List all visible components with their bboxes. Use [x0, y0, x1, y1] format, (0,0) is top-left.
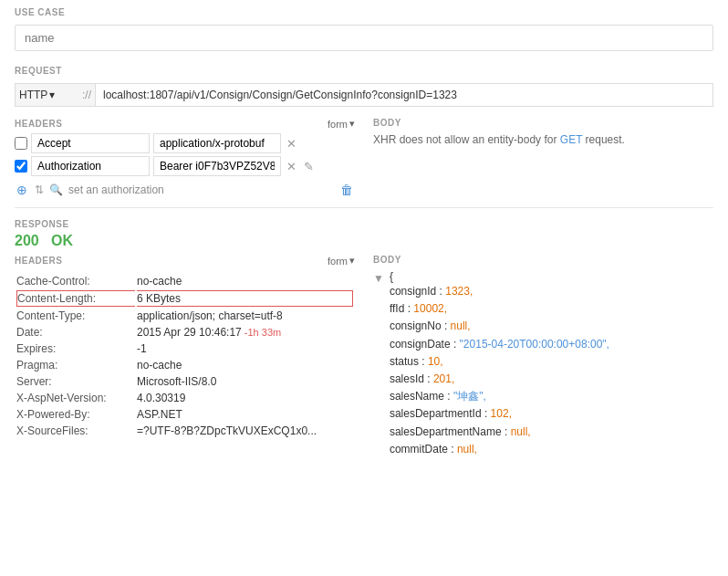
form-label: form [328, 119, 348, 130]
resp-header-key: Expires: [16, 341, 135, 356]
resp-body-label: BODY [373, 255, 713, 265]
resp-header-value: 6 KBytes [137, 290, 353, 307]
resp-header-key: Cache-Control: [16, 274, 135, 288]
json-line: salesDepartmentName : null, [390, 424, 609, 441]
json-line: salesId : 201, [390, 371, 609, 388]
resp-header-value: Microsoft-IIS/8.0 [137, 374, 353, 389]
json-line: consignDate : "2015-04-20T00:00:00+08:00… [390, 336, 609, 353]
resp-header-key: Content-Type: [16, 309, 135, 323]
auth-checkbox[interactable] [15, 160, 27, 173]
json-line: ffId : 10002, [390, 300, 609, 318]
json-line: consignId : 1323, [390, 283, 609, 300]
method-dropdown-icon: ▾ [49, 89, 55, 101]
status-ok: 200 OK [15, 233, 713, 249]
add-header-icon[interactable]: ⊕ [15, 182, 29, 198]
auth-key-input[interactable] [31, 156, 150, 176]
method-select[interactable]: HTTP ▾ [15, 83, 78, 107]
resp-header-value: 2015 Apr 29 10:46:17 -1h 33m [137, 325, 353, 340]
body-arrow-icon: ▼ [373, 272, 384, 458]
form-dropdown[interactable]: form ▾ [328, 118, 355, 130]
auth-value-input[interactable] [153, 156, 281, 176]
resp-headers-label: HEADERS [15, 256, 62, 266]
json-line: consignNo : null, [390, 318, 609, 335]
set-auth-text[interactable]: set an authorization [68, 183, 164, 196]
response-section: RESPONSE 200 OK HEADERS form ▾ Cache-Con… [0, 215, 728, 462]
url-input[interactable] [95, 83, 713, 107]
auth-edit-icon[interactable]: ✎ [302, 159, 316, 174]
method-label: HTTP [19, 89, 47, 101]
resp-header-key: X-AspNet-Version: [16, 391, 135, 405]
resp-header-value: no-cache [137, 358, 353, 372]
resp-header-key: X-Powered-By: [16, 407, 135, 422]
resp-header-key: X-SourceFiles: [16, 424, 135, 438]
resp-header-value: no-cache [137, 274, 353, 288]
response-headers-table: Cache-Control:no-cacheContent-Length:6 K… [15, 272, 355, 440]
use-case-input[interactable] [15, 25, 713, 51]
resp-header-value: application/json; charset=utf-8 [137, 309, 353, 323]
date-diff: -1h 33m [242, 327, 281, 338]
get-text: GET [560, 133, 582, 146]
json-line: salesDepartmentId : 102, [390, 405, 609, 423]
delete-auth-icon[interactable]: 🗑 [338, 182, 355, 198]
accept-key-input[interactable] [31, 133, 150, 153]
header-row-accept: ✕ [15, 133, 355, 153]
json-lines: consignId : 1323, ffId : 10002, consignN… [390, 283, 609, 458]
accept-value-input[interactable] [153, 133, 281, 153]
resp-form-dropdown[interactable]: form ▾ [328, 255, 355, 267]
resp-header-key: Server: [16, 374, 135, 389]
set-auth-icon: 🔍 [49, 183, 63, 196]
json-line: status : 10, [390, 353, 609, 371]
body-message: XHR does not allow an entity-body for GE… [373, 133, 713, 146]
headers-section: HEADERS form ▾ ✕ ✕ ✎ ⊕ [15, 118, 355, 200]
resp-header-value: 4.0.30319 [137, 391, 353, 405]
response-headers: HEADERS form ▾ Cache-Control:no-cacheCon… [15, 255, 355, 458]
auth-clear-icon[interactable]: ✕ [285, 159, 298, 174]
sort-icon[interactable]: ⇅ [35, 183, 44, 196]
resp-header-key: Content-Length: [16, 290, 135, 307]
body-label: BODY [373, 118, 713, 128]
body-section: BODY XHR does not allow an entity-body f… [355, 118, 713, 200]
accept-clear-icon[interactable]: ✕ [285, 136, 298, 152]
json-line: commitDate : null, [390, 441, 609, 458]
request-row: HTTP ▾ :// [15, 83, 713, 107]
body-json-container: ▼ { consignId : 1323, ffId : 10002, cons… [373, 270, 713, 458]
resp-header-value: ASP.NET [137, 407, 353, 422]
response-layout: HEADERS form ▾ Cache-Control:no-cacheCon… [15, 255, 713, 458]
accept-checkbox[interactable] [15, 137, 27, 150]
brace-open: { [390, 270, 609, 283]
url-separator: :// [78, 83, 95, 107]
add-header-row: ⊕ ⇅ 🔍 set an authorization 🗑 [15, 180, 355, 200]
json-line: salesName : "坤鑫", [390, 388, 609, 405]
request-label: REQUEST [0, 58, 728, 79]
divider [15, 207, 713, 208]
response-label: RESPONSE [15, 219, 713, 233]
use-case-label: USE CASE [0, 0, 728, 21]
response-body: BODY ▼ { consignId : 1323, ffId : 10002,… [355, 255, 713, 458]
headers-label: HEADERS [15, 119, 62, 129]
resp-header-value: -1 [137, 341, 353, 356]
resp-header-key: Date: [16, 325, 135, 340]
header-row-auth: ✕ ✎ [15, 156, 355, 176]
resp-header-key: Pragma: [16, 358, 135, 372]
resp-header-value: =?UTF-8?B?ZDpcTkVUXExCQ1x0... [137, 424, 353, 438]
